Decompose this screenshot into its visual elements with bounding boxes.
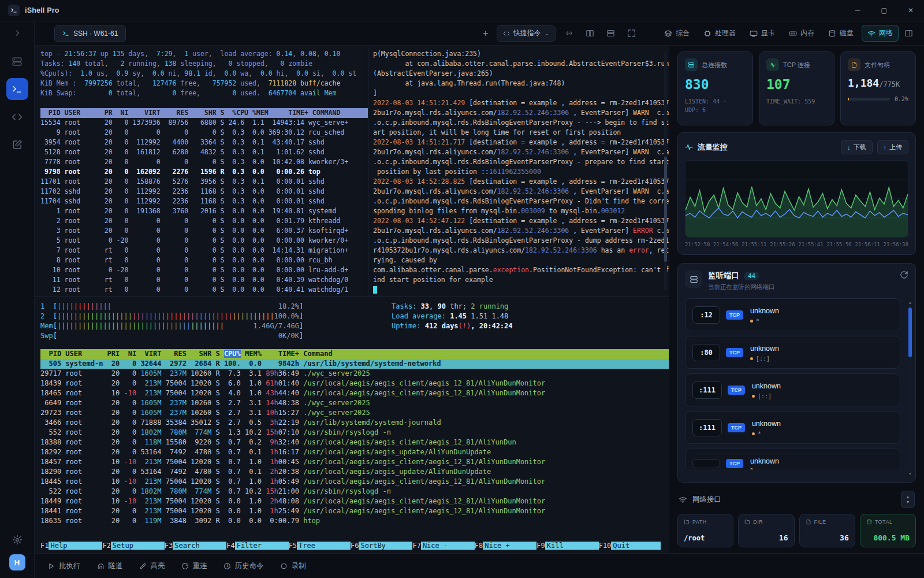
terminal-line: 7778 root 20 0 0 0 0 S 0.3 0.0 10:42.08 … [40,157,368,167]
split-vertical-icon[interactable] [582,27,597,40]
fn-key-f3[interactable]: F3Search [165,542,226,550]
terminal-line: 29717 root 20 0 1605M 237M 10260 R 7.3 3… [40,369,669,379]
upload-arrow-icon: ↑ [884,144,887,151]
htop-function-key-bar[interactable]: F1HelpF2SetupF3SearchF4FilterF5TreeF6Sor… [40,542,661,550]
download-arrow-icon: ↓ [847,144,851,151]
total-value: 800.5 MB [866,533,910,542]
sidebar-item-snippets[interactable] [6,106,28,128]
upload-toggle-button[interactable]: ↑ 上传 [877,140,909,154]
stat-card-connections: 总连接数 830 LISTEN: 44 · UDP: 6 [677,51,753,125]
record-icon [280,562,288,570]
port-list-item[interactable]: :12 TCP unknown * [685,298,900,331]
user-avatar[interactable]: H [9,554,25,570]
reconnect-icon [181,562,189,570]
port-list-item[interactable]: :111 TCP unknown [::] [685,373,900,406]
nav-item-disk[interactable]: 磁盘 [822,25,859,42]
record-button[interactable]: 录制 [280,561,306,571]
broadcast-icon[interactable] [561,27,576,40]
terminal-line: com.alibaba.otter.canal.parse.exception.… [373,265,669,275]
terminal-log-output[interactable]: p(MysqlConnection.java:235) at com.aliba… [368,46,669,297]
fn-key-f10[interactable]: F10Quit [599,542,661,550]
nav-item-memory[interactable]: 内存 [783,25,820,42]
terminal-line: 2bu1r7o.mysql.rds.aliyuncs.com/182.92.52… [373,147,669,157]
maximize-button[interactable]: ▢ [871,0,897,21]
stat-value: 1,184 [848,77,879,89]
port-number-chip: :12 [692,306,720,324]
fn-key-f5[interactable]: F5Tree [289,542,351,550]
new-tab-button[interactable]: + [480,28,491,39]
port-list[interactable]: :12 TCP unknown * :80 TCP unknown [685,298,908,469]
traffic-pulse-icon [685,143,694,151]
terminal-htop-output[interactable]: 1 [||||||||||||| 18.2%]2 [||||||||||||||… [35,297,669,553]
batch-execute-button[interactable]: 批执行 [47,561,81,571]
download-toggle-button[interactable]: ↓ 下载 [841,140,873,154]
fullscreen-icon[interactable] [624,27,639,40]
nav-item-cpu[interactable]: 处理器 [698,25,742,42]
history-commands-button[interactable]: 历史命令 [223,561,264,571]
port-list-item[interactable]: :80 TCP unknown [::] [685,336,900,369]
fn-key-f7[interactable]: F7Nice - [412,542,474,550]
log-scrollbar[interactable] [664,51,667,291]
quick-command-label: 快捷指令 [513,28,541,38]
close-button[interactable]: ✕ [897,0,924,21]
fn-key-f4[interactable]: F4Filter [226,542,288,550]
sidebar-item-hosts[interactable] [6,50,28,72]
sidebar-expand-icon[interactable] [13,26,21,40]
nav-item-overview[interactable]: 综合 [658,25,695,42]
status-dot [750,357,753,360]
file-count-card: FILE 36 [799,514,855,547]
scroll-down-icon[interactable]: ▼ [908,472,912,476]
titlebar: iShell Pro ─ ▢ ✕ [0,0,924,21]
reconnect-button[interactable]: 重连 [181,561,207,571]
stepper-down-icon[interactable]: ▾ [907,499,909,505]
fn-key-f8[interactable]: F8Nice + [475,542,536,550]
ports-count-badge: 44 [744,272,759,280]
settings-gear-icon[interactable] [12,535,23,545]
quick-command-button[interactable]: 快捷指令 ⌄ [497,25,556,42]
refresh-icon[interactable] [900,271,908,279]
minimize-button[interactable]: ─ [844,0,871,21]
folder-icon [684,519,690,525]
traffic-chart [685,160,908,238]
interface-stepper[interactable]: ▴▾ [901,491,915,508]
split-horizontal-icon[interactable] [603,27,618,40]
code-icon [503,30,510,37]
port-list-item[interactable]: TCP unknown [685,449,900,469]
fn-key-f9[interactable]: F9Kill [536,542,598,550]
nav-item-gpu[interactable]: 显卡 [744,25,781,42]
scroll-up-icon[interactable]: ▲ [908,301,912,305]
stat-value: 107 [766,77,827,92]
terminal-line: 18635 root 20 0 119M 3848 3092 R 0.0 0.0… [40,516,669,526]
toggle-right-panel-icon[interactable] [901,27,916,40]
terminal-line: 18457 root 10 -10 213M 75004 12020 S 0.7… [40,457,669,467]
terminal-line: PID USER PR NI VIRT RES SHR S %CPU %MEM … [40,108,368,118]
terminal-line: Mem[||||||||||||||||||||||||||||||||||||… [40,321,669,331]
stepper-up-icon[interactable]: ▴ [907,494,909,499]
terminal-line: at java.lang.Thread.run(Thread.java:748) [373,79,669,88]
port-list-item[interactable]: :111 TCP unknown * [685,411,900,444]
protocol-badge: TCP [728,386,745,395]
sidebar-item-terminal[interactable] [6,78,28,100]
tab-ssh-session[interactable]: SSH · W61-61 [54,25,126,42]
fn-key-f1[interactable]: F1Help [40,542,102,550]
file-handles-progress [848,98,890,101]
terminal-line: %Cpu(s): 1.0 us, 0.9 sy, 0.0 ni, 98.1 id… [40,69,368,79]
network-interfaces-row[interactable]: 网络接口 ▴▾ [677,491,916,508]
terminal-line: KiB Swap: 0 total, 0 free, 0 used. 64677… [40,88,368,98]
fn-key-f2[interactable]: F2Setup [102,542,164,550]
network-panel: 总连接数 830 LISTEN: 44 · UDP: 6 [669,46,924,553]
terminal-line: 1 root 20 0 191368 3760 2016 S 0.0 0.0 1… [40,206,368,216]
port-process-name: unknown [750,457,779,465]
protocol-badge: TCP [726,348,743,357]
port-list-scrollbar[interactable]: ▲ ▼ [907,301,913,476]
terminal-line: PID USER PRI NI VIRT RES SHR S CPU% MEM%… [40,349,669,359]
highlight-button[interactable]: 高亮 [139,561,165,571]
terminal-top-output[interactable]: top - 21:56:37 up 135 days, 7:29, 1 user… [35,46,368,297]
sidebar-item-editor[interactable] [6,134,28,155]
nav-item-network[interactable]: 网络 [862,25,899,42]
tunnel-button[interactable]: 隧道 [97,561,123,571]
terminal-line: 2022-08-03 14:51:21.429 [destination = e… [373,98,669,108]
terminal-line: 18441 root 20 0 213M 75004 12020 S 0.0 1… [40,506,669,516]
fn-key-f6[interactable]: F6SortBy [351,542,412,550]
terminal-line: 2022-08-03 14:52:28.825 [destination = e… [373,177,669,187]
